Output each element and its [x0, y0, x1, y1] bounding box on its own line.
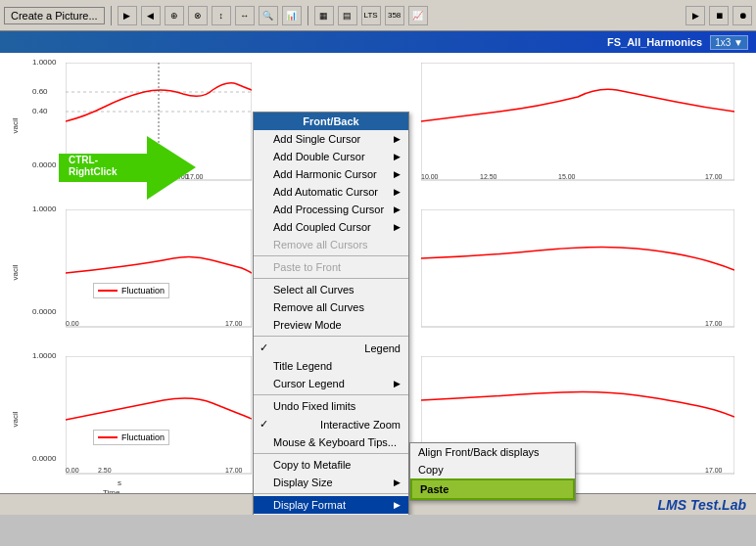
svg-text:CTRL-: CTRL-	[69, 155, 98, 165]
chart1r-xmax: 17.00	[705, 173, 723, 180]
chart-2-right: 17.00	[421, 205, 748, 341]
menu-copy-to-metafile[interactable]: Copy to Metafile	[254, 456, 408, 474]
toolbar-icon-11[interactable]: LTS	[361, 6, 381, 25]
header-title: FS_All_Harmonics	[607, 36, 702, 48]
lms-logo: LMS Test.Lab	[658, 497, 747, 513]
create-picture-button[interactable]: Create a Picture...	[4, 7, 105, 24]
chart2-ylabel: vacil	[11, 264, 20, 280]
menu-add-double-cursor[interactable]: Add Double Cursor▶	[254, 148, 408, 165]
toolbar-icon-5[interactable]: ↕	[212, 6, 231, 25]
toolbar-icon-8[interactable]: 📊	[282, 6, 302, 25]
svg-text:RightClick: RightClick	[69, 166, 118, 177]
menu-paste-to-front: Paste to Front	[254, 258, 408, 276]
menu-undo-fixed-limits[interactable]: Undo Fixed limits	[254, 397, 408, 415]
svg-rect-4	[421, 63, 734, 180]
menu-interactive-zoom[interactable]: ✓ Interactive Zoom	[254, 415, 408, 433]
menu-add-harmonic-cursor[interactable]: Add Harmonic Cursor▶	[254, 165, 408, 183]
toolbar-stop-button[interactable]: ⏹	[709, 6, 729, 25]
chart1r-x12: 12.50	[480, 173, 497, 180]
header-controls-dropdown[interactable]: 1x3 ▼	[710, 35, 748, 50]
toolbar-separator-2	[307, 6, 308, 25]
chart-1-right: 10.00 12.50 15.00 17.00	[421, 58, 748, 195]
chart1-tick-2: 0.60	[32, 87, 48, 96]
menu-preview-mode[interactable]: Preview Mode	[254, 316, 408, 334]
main-content: FS_All_Harmonics 1x3 ▼ vacil 1.0000 0.60…	[0, 31, 756, 515]
layout-dropdown[interactable]: 1x3 ▼	[710, 35, 748, 50]
ctrl-rightclick-arrow: CTRL- RightClick	[59, 136, 196, 202]
menu-sep-3	[254, 336, 408, 337]
toolbar-icon-13[interactable]: 📈	[408, 6, 428, 25]
sub-menu-align[interactable]: Align Front/Back displays	[410, 443, 575, 461]
toolbar: Create a Picture... ▶ ◀ ⊕ ⊗ ↕ ↔ 🔍 📊 ▦ ▤ …	[0, 0, 756, 31]
chart2-xmax: 17.00	[225, 320, 243, 327]
toolbar-record-button[interactable]: ⏺	[732, 6, 752, 25]
menu-cursor-legend[interactable]: Cursor Legend▶	[254, 375, 408, 392]
sub-menu-copy[interactable]: Copy	[410, 461, 575, 478]
chart1-right-svg	[421, 63, 734, 190]
chart1-tick-4: 0.0000	[32, 160, 56, 169]
chart3-xlabel-s: s	[118, 478, 121, 487]
context-menu-header: Front/Back	[254, 113, 408, 130]
menu-add-single-cursor[interactable]: Add Single Cursor▶	[254, 130, 408, 148]
context-menu: Front/Back Add Single Cursor▶ Add Double…	[253, 112, 409, 515]
toolbar-icon-1[interactable]: ▶	[118, 6, 137, 25]
menu-sep-1	[254, 255, 408, 256]
toolbar-icon-3[interactable]: ⊕	[165, 6, 184, 25]
chart3-xmax: 17.00	[225, 467, 243, 474]
chart1-tick-3: 0.40	[32, 107, 48, 115]
chart2-tick-1: 1.0000	[32, 205, 56, 213]
menu-title-legend[interactable]: Title Legend	[254, 357, 408, 375]
chart-3: vacil 1.0000 0.0000 Fluctuation 0.00 2.5…	[15, 351, 245, 498]
chart3r-xmax: 17.00	[705, 467, 723, 474]
legend-line	[98, 290, 118, 292]
sub-menu-display-format: Align Front/Back displays Copy Paste	[409, 442, 576, 501]
chart3-x25: 2.50	[98, 467, 112, 474]
menu-remove-all-curves[interactable]: Remove all Curves	[254, 298, 408, 316]
chart1r-xmin: 10.00	[421, 173, 439, 180]
arrow-svg: CTRL- RightClick	[59, 136, 196, 200]
chart1-tick-1: 1.0000	[32, 58, 56, 67]
chart3-legend-label: Fluctuation	[121, 432, 165, 442]
chart-2: vacil 1.0000 0.0000 Fluctuation 0.00 17.…	[15, 205, 245, 341]
toolbar-icon-12[interactable]: 358	[385, 6, 404, 25]
menu-sep-4	[254, 394, 408, 395]
sub-menu-paste[interactable]: Paste	[410, 478, 575, 500]
toolbar-separator	[111, 6, 112, 25]
menu-options[interactable]: Options...	[254, 514, 408, 515]
menu-sep-6	[254, 493, 408, 494]
chart1-ylabel: vacil	[11, 117, 20, 133]
svg-rect-6	[421, 209, 734, 327]
chart2-tick-2: 0.0000	[32, 307, 56, 316]
menu-mouse-keyboard-tips[interactable]: Mouse & Keyboard Tips...	[254, 433, 408, 451]
charts-area: vacil 1.0000 0.60 0.40 0.0000 0.00 17.00…	[0, 53, 756, 515]
menu-add-automatic-cursor[interactable]: Add Automatic Cursor▶	[254, 183, 408, 201]
chart2-svg	[66, 209, 252, 337]
chart2r-xmax: 17.00	[705, 320, 723, 327]
menu-remove-all-cursors: Remove all Cursors	[254, 236, 408, 253]
menu-display-size[interactable]: Display Size▶	[254, 474, 408, 491]
menu-add-coupled-cursor[interactable]: Add Coupled Cursor▶	[254, 218, 408, 236]
menu-legend[interactable]: ✓ Legend	[254, 339, 408, 357]
toolbar-play-button[interactable]: ▶	[685, 6, 705, 25]
toolbar-icon-9[interactable]: ▦	[314, 6, 334, 25]
chart3-tick-1: 1.0000	[32, 351, 56, 360]
chart3-tick-2: 0.0000	[32, 454, 56, 463]
menu-sep-2	[254, 278, 408, 279]
menu-display-format[interactable]: Display Format▶	[254, 496, 408, 514]
chart2-right-svg	[421, 209, 734, 337]
chart3-legend: Fluctuation	[93, 430, 169, 445]
toolbar-icon-2[interactable]: ◀	[141, 6, 161, 25]
svg-rect-5	[66, 209, 252, 327]
chart3-xmin: 0.00	[66, 467, 79, 474]
chart3-svg	[66, 356, 252, 483]
toolbar-icon-4[interactable]: ⊗	[188, 6, 208, 25]
chart2-xmin: 0.00	[66, 320, 79, 327]
menu-sep-5	[254, 453, 408, 454]
toolbar-icon-6[interactable]: ↔	[235, 6, 255, 25]
chart1r-x15: 15.00	[558, 173, 576, 180]
menu-select-all-curves[interactable]: Select all Curves	[254, 281, 408, 298]
menu-add-processing-cursor[interactable]: Add Processing Cursor▶	[254, 201, 408, 218]
toolbar-icon-10[interactable]: ▤	[338, 6, 357, 25]
toolbar-icon-7[interactable]: 🔍	[259, 6, 278, 25]
chart3-ylabel: vacil	[11, 411, 20, 427]
